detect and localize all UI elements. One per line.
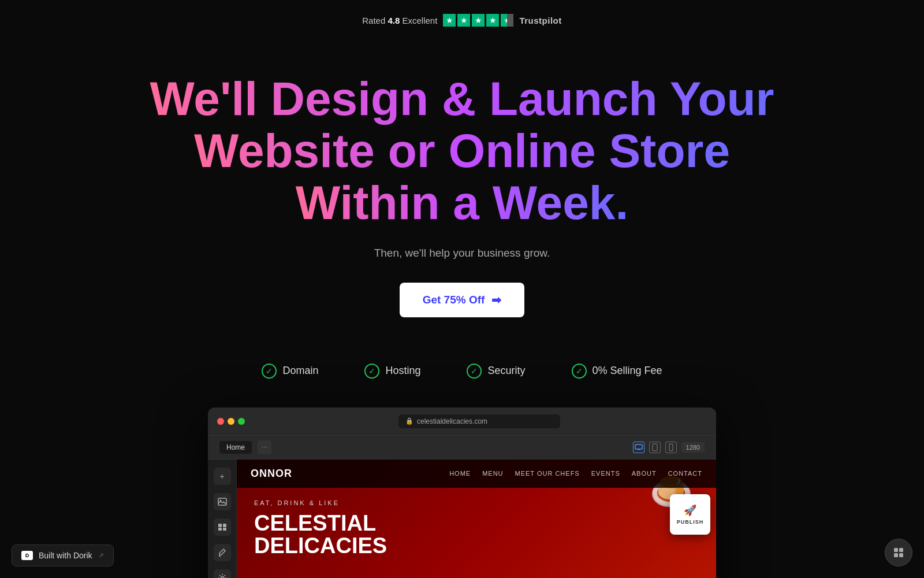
browser-dots bbox=[217, 418, 245, 425]
browser-dot-yellow bbox=[228, 418, 234, 425]
website-tagline: EAT, DRINK & LIKE bbox=[254, 499, 699, 506]
tool-add[interactable]: + bbox=[214, 468, 231, 485]
bottom-right-button[interactable] bbox=[885, 539, 912, 566]
svg-rect-14 bbox=[894, 553, 898, 557]
tab-plus-icon: ⋯ bbox=[262, 444, 267, 450]
feature-label-security: Security bbox=[487, 365, 525, 377]
feature-security: ✓ Security bbox=[467, 364, 525, 379]
hero-section: We'll Design & Launch Your Website or On… bbox=[0, 38, 924, 346]
tool-layout[interactable] bbox=[214, 518, 231, 536]
desktop-icon[interactable] bbox=[633, 442, 644, 453]
hero-title-line1: We'll Design & Launch Your bbox=[150, 72, 774, 125]
nav-home: HOME bbox=[449, 470, 471, 477]
lock-icon: 🔒 bbox=[405, 417, 413, 425]
feature-label-hosting: Hosting bbox=[385, 365, 420, 377]
feature-hosting: ✓ Hosting bbox=[364, 364, 420, 379]
publish-icon: 🚀 bbox=[684, 504, 696, 517]
editor-sidebar: + bbox=[208, 460, 237, 578]
browser-chrome: 🔒 celestialdelicacies.com bbox=[208, 407, 716, 436]
tablet-icon[interactable] bbox=[649, 442, 661, 453]
check-icon-hosting: ✓ bbox=[364, 364, 379, 379]
browser-toolbar: Home ⋯ 1280 bbox=[208, 436, 716, 460]
trustpilot-stars: ★ ★ ★ ★ ★ bbox=[443, 14, 513, 27]
feature-label-selling-fee: 0% Selling Fee bbox=[593, 365, 662, 377]
feature-selling-fee: ✓ 0% Selling Fee bbox=[572, 364, 662, 379]
feature-domain: ✓ Domain bbox=[262, 364, 318, 379]
resolution-badge: 1280 bbox=[681, 442, 705, 453]
website-logo: ONNOR bbox=[251, 468, 292, 480]
browser-dot-green bbox=[238, 418, 245, 425]
hero-title: We'll Design & Launch Your Website or On… bbox=[116, 73, 808, 229]
mobile-icon[interactable] bbox=[665, 442, 677, 453]
check-icon-selling-fee: ✓ bbox=[572, 364, 587, 379]
svg-rect-0 bbox=[635, 444, 642, 449]
svg-rect-7 bbox=[218, 524, 222, 527]
browser-dot-red bbox=[217, 418, 224, 425]
features-row: ✓ Domain ✓ Hosting ✓ Security ✓ 0% Selli… bbox=[0, 346, 924, 407]
nav-chefs: MEET OUR CHEFS bbox=[515, 470, 580, 477]
hero-title-line3: Within a Week. bbox=[296, 176, 628, 229]
svg-rect-10 bbox=[223, 528, 226, 531]
dorik-external-icon: ↗ bbox=[98, 551, 104, 560]
star-4: ★ bbox=[486, 14, 499, 27]
tool-brush[interactable] bbox=[214, 544, 231, 561]
check-icon-domain: ✓ bbox=[262, 364, 277, 379]
website-title-line1: CELESTIAL bbox=[254, 512, 699, 535]
svg-rect-12 bbox=[894, 548, 898, 552]
website-content: + ONNOR bbox=[208, 460, 716, 578]
svg-rect-4 bbox=[669, 444, 673, 451]
website-big-title: CELESTIAL DELICACIES bbox=[254, 512, 699, 558]
check-icon-security: ✓ bbox=[467, 364, 482, 379]
tab-controls: ⋯ bbox=[258, 440, 271, 454]
star-2: ★ bbox=[457, 14, 470, 27]
website-nav: ONNOR HOME MENU MEET OUR CHEFS EVENTS AB… bbox=[237, 460, 716, 488]
svg-rect-9 bbox=[218, 528, 222, 531]
page-preview: ONNOR HOME MENU MEET OUR CHEFS EVENTS AB… bbox=[237, 460, 716, 578]
trustpilot-bar: Rated 4.8 Excellent ★ ★ ★ ★ ★ Trustpilot bbox=[0, 0, 924, 38]
nav-about: ABOUT bbox=[632, 470, 657, 477]
website-hero-content: EAT, DRINK & LIKE CELESTIAL DELICACIES bbox=[237, 488, 716, 570]
hero-title-line2: Website or Online Store bbox=[194, 124, 730, 177]
svg-rect-3 bbox=[653, 444, 657, 451]
website-title-line2: DELICACIES bbox=[254, 535, 699, 558]
browser-mockup: 🔒 celestialdelicacies.com Home ⋯ bbox=[208, 407, 716, 578]
resolution-value: 1280 bbox=[686, 444, 700, 451]
feature-label-domain: Domain bbox=[282, 365, 318, 377]
star-5: ★ bbox=[501, 14, 513, 27]
nav-contact: CONTACT bbox=[668, 470, 702, 477]
svg-rect-15 bbox=[899, 553, 903, 557]
cta-button[interactable]: Get 75% Off ➡ bbox=[400, 283, 525, 317]
website-nav-links: HOME MENU MEET OUR CHEFS EVENTS ABOUT CO… bbox=[449, 470, 702, 477]
browser-addressbar[interactable]: 🔒 celestialdelicacies.com bbox=[398, 414, 560, 428]
nav-menu: MENU bbox=[482, 470, 503, 477]
device-icons-group: 1280 bbox=[633, 442, 705, 453]
dorik-logo-icon: D bbox=[21, 551, 33, 560]
dorik-badge-label: Built with Dorik bbox=[39, 551, 92, 560]
publish-panel[interactable]: 🚀 PUBLISH bbox=[670, 494, 710, 535]
dorik-badge[interactable]: D Built with Dorik ↗ bbox=[12, 544, 114, 566]
browser-tab-home[interactable]: Home bbox=[219, 441, 252, 454]
cta-arrow-icon: ➡ bbox=[491, 293, 501, 307]
cta-label: Get 75% Off bbox=[423, 294, 485, 306]
star-3: ★ bbox=[472, 14, 485, 27]
svg-rect-8 bbox=[223, 524, 226, 527]
tool-settings[interactable] bbox=[214, 569, 231, 578]
trustpilot-logo: Trustpilot bbox=[519, 16, 561, 25]
nav-events: EVENTS bbox=[591, 470, 620, 477]
svg-rect-13 bbox=[899, 548, 903, 552]
browser-url: celestialdelicacies.com bbox=[417, 417, 487, 425]
hero-subtitle: Then, we'll help your business grow. bbox=[116, 247, 808, 260]
tool-image[interactable] bbox=[214, 493, 231, 510]
star-1: ★ bbox=[443, 14, 456, 27]
publish-label: PUBLISH bbox=[677, 519, 704, 525]
trustpilot-rated: Rated 4.8 Excellent bbox=[362, 16, 437, 25]
